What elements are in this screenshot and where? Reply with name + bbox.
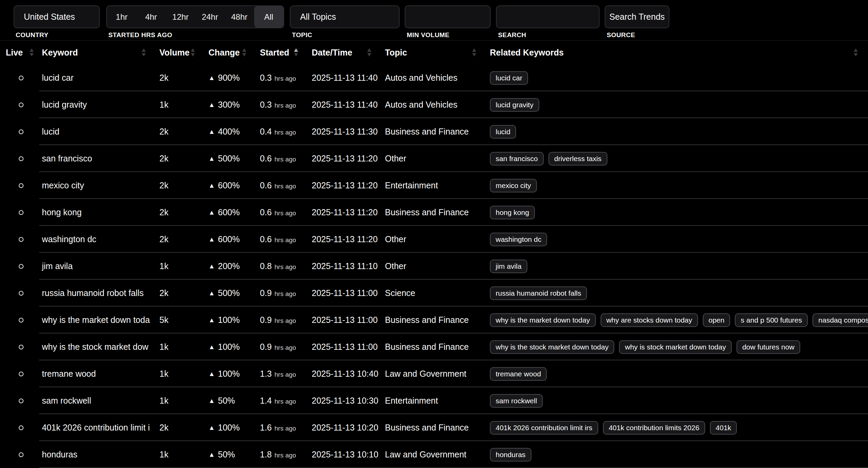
related-keyword-pill[interactable]: driverless taxis	[548, 152, 607, 166]
related-keyword-pill[interactable]: why is stock market down today	[619, 340, 731, 354]
column-header-related-keywords[interactable]: Related Keywords	[487, 48, 868, 58]
column-header-topic[interactable]: Topic	[382, 48, 487, 58]
started-value: 1.8	[260, 450, 272, 459]
sort-icon-active[interactable]	[293, 48, 299, 57]
topic-cell: Autos and Vehicles	[382, 73, 487, 83]
related-keyword-pill[interactable]: jim avila	[490, 260, 527, 273]
sort-icon[interactable]	[141, 48, 146, 57]
sort-icon[interactable]	[367, 48, 372, 57]
keyword-cell[interactable]: mexico city	[39, 181, 157, 190]
keyword-cell[interactable]: why is the market down toda	[39, 315, 157, 325]
related-keyword-pill[interactable]: why is the market down today	[490, 313, 596, 327]
column-header-keyword[interactable]: Keyword	[39, 48, 157, 58]
column-header-datetime[interactable]: Date/Time	[309, 48, 382, 58]
change-cell: ▲ 600%	[206, 234, 257, 244]
live-indicator-icon	[19, 452, 24, 457]
segment-1hr[interactable]: 1hr	[107, 6, 136, 28]
sort-icon[interactable]	[853, 48, 858, 57]
change-cell: ▲ 500%	[206, 288, 257, 298]
topic-select[interactable]: All Topics	[290, 5, 400, 28]
change-value: 400%	[218, 127, 240, 137]
search-trends-button[interactable]: Search Trends	[605, 5, 669, 28]
segment-all[interactable]: All	[254, 6, 283, 28]
country-filter-group: United States COUNTRY	[14, 5, 100, 39]
change-cell: ▲ 200%	[206, 261, 257, 271]
keyword-cell[interactable]: hong kong	[39, 207, 157, 217]
volume-cell: 1k	[157, 100, 206, 110]
related-keyword-pill[interactable]: san francisco	[490, 152, 544, 166]
started-unit: hrs ago	[275, 344, 296, 352]
sort-icon[interactable]	[190, 48, 196, 57]
related-keyword-pill[interactable]: sam rockwell	[490, 394, 543, 408]
column-label: Live	[6, 48, 23, 58]
segment-4hr[interactable]: 4hr	[136, 6, 166, 28]
segment-48hr[interactable]: 48hr	[224, 6, 254, 28]
change-cell: ▲ 300%	[206, 100, 257, 110]
live-cell	[0, 156, 39, 161]
related-keyword-pill[interactable]: mexico city	[490, 179, 537, 192]
related-keyword-pill[interactable]: russia humanoid robot falls	[490, 286, 587, 300]
keyword-cell[interactable]: russia humanoid robot falls	[39, 288, 157, 298]
related-keyword-pill[interactable]: 401k	[710, 421, 737, 435]
started-unit: hrs ago	[275, 263, 296, 271]
table-row: lucid 2k ▲ 400% 0.4 hrs ago 2025-11-13 1…	[0, 118, 868, 145]
related-keyword-pill[interactable]: why are stocks down today	[601, 313, 698, 327]
related-keyword-pill[interactable]: why is the stock market down today	[490, 340, 614, 354]
started-cell: 0.4 hrs ago	[257, 127, 309, 137]
search-filter-group: SEARCH	[496, 5, 600, 39]
change-up-icon: ▲	[208, 397, 215, 405]
related-keywords-cell: mexico city	[487, 179, 868, 192]
change-cell: ▲ 400%	[206, 127, 257, 137]
search-input[interactable]	[496, 5, 600, 28]
related-keyword-pill[interactable]: 401k contribution limits 2026	[603, 421, 705, 435]
started-value: 0.3	[260, 73, 272, 83]
min-volume-input[interactable]	[405, 5, 491, 28]
related-keyword-pill[interactable]: dow futures now	[737, 340, 800, 354]
keyword-cell[interactable]: lucid car	[39, 73, 157, 83]
related-keyword-pill[interactable]: lucid gravity	[490, 98, 539, 112]
started-unit: hrs ago	[275, 75, 296, 82]
related-keyword-pill[interactable]: 401k 2026 contribution limit irs	[490, 421, 598, 435]
related-keyword-pill[interactable]: hong kong	[490, 206, 535, 219]
change-up-icon: ▲	[208, 451, 215, 458]
column-header-volume[interactable]: Volume	[157, 48, 206, 58]
keyword-cell[interactable]: why is the stock market dow	[39, 342, 157, 352]
related-keyword-pill[interactable]: honduras	[490, 448, 531, 462]
started-unit: hrs ago	[275, 452, 296, 459]
related-keywords-cell: washington dc	[487, 233, 868, 246]
related-keyword-pill[interactable]: open	[703, 313, 730, 327]
started-cell: 1.8 hrs ago	[257, 450, 309, 459]
table-row: 401k 2026 contribution limit i 2k ▲ 100%…	[0, 414, 868, 441]
related-keyword-pill[interactable]: s and p 500 futures	[735, 313, 808, 327]
keyword-cell[interactable]: honduras	[39, 450, 157, 459]
sort-icon[interactable]	[242, 48, 247, 57]
column-header-started[interactable]: Started	[257, 48, 309, 58]
source-label: SOURCE	[607, 31, 669, 39]
column-header-live[interactable]: Live	[0, 48, 39, 58]
keyword-cell[interactable]: 401k 2026 contribution limit i	[39, 423, 157, 433]
country-select[interactable]: United States	[14, 5, 100, 28]
related-keyword-pill[interactable]: washington dc	[490, 233, 547, 246]
related-keyword-pill[interactable]: lucid car	[490, 71, 528, 85]
related-keyword-pill[interactable]: nasdaq compos	[812, 313, 868, 327]
related-keyword-pill[interactable]: lucid	[490, 125, 516, 139]
keyword-cell[interactable]: tremane wood	[39, 369, 157, 379]
keyword-cell[interactable]: san francisco	[39, 154, 157, 163]
keyword-cell[interactable]: jim avila	[39, 261, 157, 271]
keyword-cell[interactable]: lucid	[39, 127, 157, 137]
related-keyword-pill[interactable]: tremane wood	[490, 367, 547, 381]
keyword-cell[interactable]: sam rockwell	[39, 396, 157, 406]
column-header-change[interactable]: Change	[206, 48, 257, 58]
table-header-row: Live Keyword Volume Change Started Date/…	[0, 41, 868, 64]
started-value: 0.4	[260, 127, 272, 137]
keyword-cell[interactable]: washington dc	[39, 234, 157, 244]
segment-12hr[interactable]: 12hr	[166, 6, 195, 28]
keyword-cell[interactable]: lucid gravity	[39, 100, 157, 110]
related-keywords-cell: san franciscodriverless taxis	[487, 152, 868, 166]
live-cell	[0, 372, 39, 376]
change-cell: ▲ 600%	[206, 207, 257, 217]
table-row: mexico city 2k ▲ 600% 0.6 hrs ago 2025-1…	[0, 172, 868, 199]
sort-icon[interactable]	[29, 48, 34, 57]
segment-24hr[interactable]: 24hr	[195, 6, 224, 28]
sort-icon[interactable]	[471, 48, 477, 57]
